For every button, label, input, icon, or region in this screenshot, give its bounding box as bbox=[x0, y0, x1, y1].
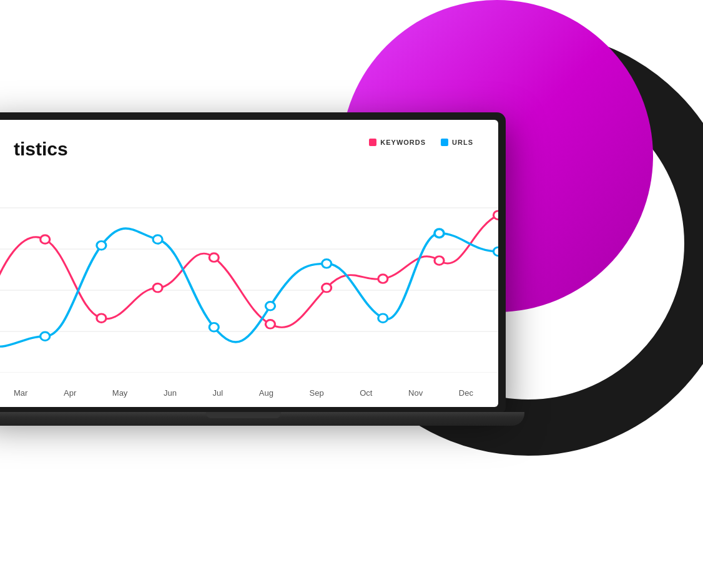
svg-point-7 bbox=[153, 283, 162, 292]
laptop-mockup: tistics KEYWORDS URLS bbox=[0, 112, 518, 426]
legend-urls: URLS bbox=[441, 139, 473, 146]
x-label-may: May bbox=[112, 388, 128, 398]
svg-point-16 bbox=[153, 235, 162, 244]
laptop-screen-inner: tistics KEYWORDS URLS bbox=[0, 120, 498, 407]
svg-point-6 bbox=[97, 314, 106, 323]
laptop-base bbox=[0, 412, 524, 426]
svg-point-20 bbox=[378, 314, 388, 323]
chart-container: tistics KEYWORDS URLS bbox=[0, 120, 498, 407]
x-label-oct: Oct bbox=[360, 388, 372, 398]
svg-point-21 bbox=[435, 229, 444, 238]
chart-legend: KEYWORDS URLS bbox=[369, 139, 473, 146]
keywords-legend-label: KEYWORDS bbox=[380, 139, 426, 146]
x-label-apr: Apr bbox=[64, 388, 76, 398]
x-label-jun: Jun bbox=[164, 388, 177, 398]
legend-keywords: KEYWORDS bbox=[369, 139, 426, 146]
svg-point-5 bbox=[41, 235, 50, 244]
svg-point-22 bbox=[493, 247, 498, 256]
svg-point-9 bbox=[265, 320, 275, 329]
x-axis-labels: Mar Apr May Jun Jul Aug Sep Oct Nov Dec bbox=[14, 388, 473, 398]
urls-legend-icon bbox=[441, 139, 448, 146]
line-chart-svg bbox=[0, 167, 498, 373]
x-label-dec: Dec bbox=[459, 388, 473, 398]
x-label-nov: Nov bbox=[408, 388, 423, 398]
laptop-screen-outer: tistics KEYWORDS URLS bbox=[0, 112, 506, 412]
x-label-jul: Jul bbox=[213, 388, 224, 398]
keywords-legend-icon bbox=[369, 139, 376, 146]
svg-point-14 bbox=[41, 332, 50, 341]
svg-point-19 bbox=[322, 260, 332, 268]
svg-point-17 bbox=[209, 323, 219, 331]
svg-point-8 bbox=[209, 253, 219, 262]
svg-point-10 bbox=[322, 283, 332, 292]
x-label-mar: Mar bbox=[14, 388, 27, 398]
svg-point-13 bbox=[493, 211, 498, 220]
svg-point-18 bbox=[265, 301, 275, 310]
x-label-aug: Aug bbox=[259, 388, 273, 398]
svg-point-15 bbox=[97, 241, 106, 250]
urls-legend-label: URLS bbox=[452, 139, 473, 146]
svg-point-11 bbox=[378, 275, 388, 283]
svg-point-12 bbox=[435, 257, 444, 265]
x-label-sep: Sep bbox=[309, 388, 323, 398]
